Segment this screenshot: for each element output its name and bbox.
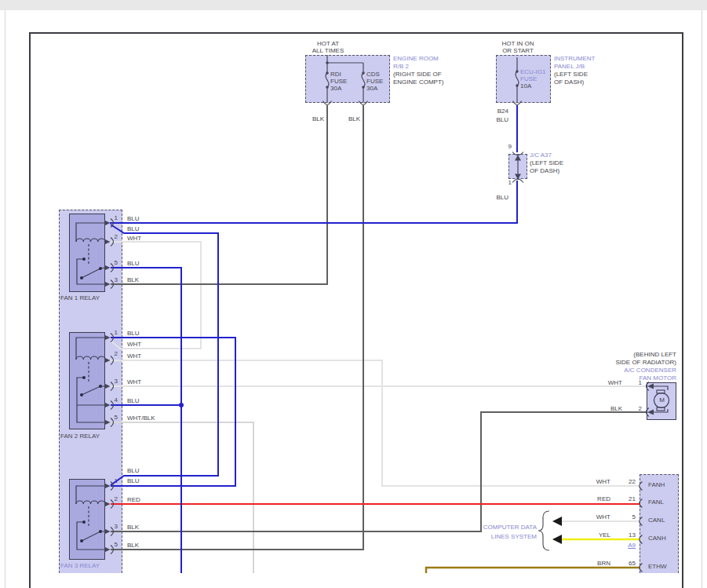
relay-coil-icon bbox=[76, 501, 105, 504]
fan1-relay-internals bbox=[76, 223, 105, 284]
relay-switch-icon bbox=[82, 386, 105, 395]
fan2-relay-contact-dots bbox=[80, 376, 102, 396]
fan2-relay-internals bbox=[76, 338, 105, 422]
blu-wires bbox=[110, 105, 517, 573]
wire-blu-fan1pin1-fan3pin1 bbox=[111, 225, 218, 485]
relay-coil-icon bbox=[76, 356, 105, 360]
fuse-dots bbox=[326, 61, 519, 89]
blk-wires bbox=[111, 105, 647, 550]
connector-cup-icons bbox=[323, 101, 524, 183]
ecu-ig1-fuse-symbol bbox=[516, 71, 519, 86]
rdi-fuse-symbol bbox=[326, 73, 329, 87]
ecu-connector-pin-icons bbox=[640, 482, 643, 572]
wire-blk-cds-fan3pin5 bbox=[111, 105, 363, 550]
wire-wht-fan1pin2-fan2pin1 bbox=[110, 242, 201, 349]
canh-arrow-icon bbox=[552, 535, 562, 544]
motor-circle-icon bbox=[654, 393, 669, 408]
relay-switch-icon bbox=[82, 531, 105, 541]
computer-data-brace-icon bbox=[538, 511, 549, 550]
wire-blu-fan1pin5 bbox=[111, 268, 181, 573]
wire-blu-jc-fan1pin1 bbox=[110, 181, 517, 223]
wiring-diagram-page: HOT ATALL TIMES ENGINE ROOM R/B 2 (RIGHT… bbox=[0, 0, 707, 588]
fuse-symbols bbox=[326, 55, 519, 103]
motor-symbol bbox=[647, 382, 669, 417]
cds-fuse-symbol bbox=[362, 73, 365, 87]
wiring-svg bbox=[0, 0, 707, 588]
wire-brn-ethw bbox=[426, 568, 640, 573]
motor-pin1-arrow-icon bbox=[647, 384, 654, 389]
wire-blk-fan3pin3-motor2 bbox=[111, 412, 647, 531]
wire-junction-dot bbox=[179, 403, 184, 407]
canl-arrow-icon bbox=[552, 517, 562, 526]
motor-pin2-arrow-icon bbox=[647, 410, 654, 415]
fan1-relay-contact-dots bbox=[80, 257, 102, 279]
fan3-relay-contact-dots bbox=[80, 520, 102, 542]
jc-double-arrow-icon bbox=[515, 155, 521, 180]
relay-coil-icon bbox=[76, 239, 105, 242]
